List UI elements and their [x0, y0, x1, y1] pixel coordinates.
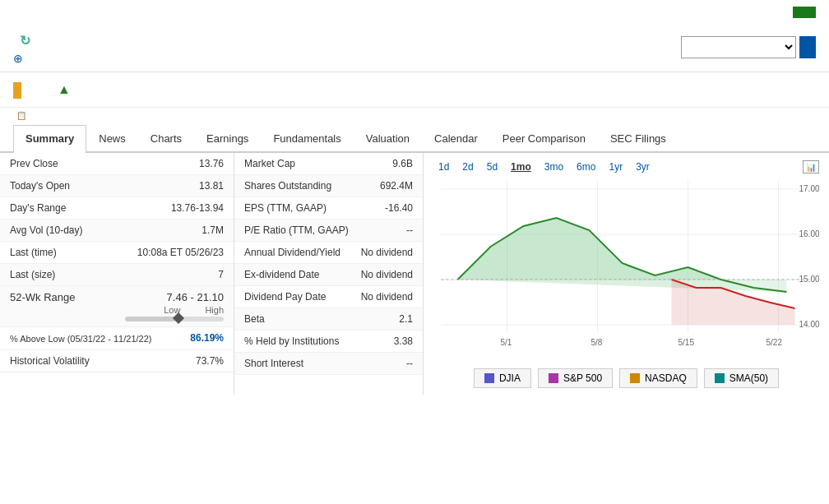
- row-value: -16.40: [385, 202, 413, 214]
- above-low-label: % Above Low (05/31/22 - 11/21/22): [10, 334, 151, 344]
- symbol-lookup: [681, 33, 816, 58]
- chart-type-icon[interactable]: 📊: [803, 160, 819, 173]
- hv-label: Historical Volatility: [10, 355, 90, 367]
- middle-panel-row: % Held by Institutions3.38: [234, 331, 423, 353]
- historical-quotes-link[interactable]: 📋: [0, 108, 829, 123]
- index-buttons: DJIAS&P 500NASDAQSMA(50): [433, 368, 819, 388]
- svg-text:17.00: 17.00: [799, 184, 820, 193]
- time-button-3mo[interactable]: 3mo: [540, 160, 568, 174]
- row-value: --: [406, 224, 413, 236]
- top-bar: [0, 0, 829, 25]
- row-value: 13.76: [199, 158, 224, 169]
- chart-area: 17.00 16.00 15.00 14.00: [433, 181, 819, 362]
- tab-fundamentals[interactable]: Fundamentals: [261, 125, 353, 151]
- historical-volatility-row: Historical Volatility 73.7%: [0, 350, 234, 372]
- tab-valuation[interactable]: Valuation: [354, 125, 422, 151]
- svg-text:15.00: 15.00: [799, 275, 820, 284]
- row-label: Dividend Pay Date: [244, 291, 326, 303]
- row-label: Last (time): [10, 247, 57, 258]
- row-label: P/E Ratio (TTM, GAAP): [244, 224, 349, 236]
- row-value: 2.1: [399, 313, 413, 325]
- row-label: Avg Vol (10-day): [10, 224, 83, 236]
- tab-peer-comparison[interactable]: Peer Comparison: [490, 125, 598, 151]
- left-panel-row: Prev Close13.76: [0, 153, 234, 175]
- index-button-nasdaq[interactable]: NASDAQ: [619, 368, 697, 388]
- svg-text:5/8: 5/8: [591, 338, 603, 347]
- time-button-3yr[interactable]: 3yr: [631, 160, 655, 174]
- row-value: 9.6B: [392, 158, 413, 169]
- svg-text:5/1: 5/1: [501, 338, 512, 347]
- company-title: ↻: [13, 33, 30, 49]
- above-low-value: 86.19%: [190, 332, 224, 344]
- row-value: 10:08a ET 05/26/23: [137, 247, 224, 258]
- go-button[interactable]: [799, 36, 816, 58]
- hv-value: 73.7%: [196, 355, 224, 367]
- time-button-5d[interactable]: 5d: [482, 160, 502, 174]
- row-label: Short Interest: [244, 358, 303, 369]
- row-label: Last (size): [10, 269, 55, 280]
- index-label: DJIA: [499, 372, 521, 384]
- tab-sec-filings[interactable]: SEC Filings: [598, 125, 678, 151]
- time-button-1yr[interactable]: 1yr: [604, 160, 628, 174]
- row-label: Prev Close: [10, 158, 58, 169]
- tab-news[interactable]: News: [86, 125, 138, 151]
- row-value: --: [406, 358, 413, 369]
- tabs-row: SummaryNewsChartsEarningsFundamentalsVal…: [0, 125, 829, 153]
- index-button-sma-50-[interactable]: SMA(50): [704, 368, 779, 388]
- middle-panel-row: P/E Ratio (TTM, GAAP)--: [234, 220, 423, 242]
- middle-panel-row: Ex-dividend DateNo dividend: [234, 264, 423, 286]
- svg-text:5/15: 5/15: [678, 338, 695, 347]
- right-panel: 1d2d5d1mo3mo6mo1yr3yr📊 17.00 16.00 15.00…: [424, 153, 829, 395]
- row-value: 13.76-13.94: [171, 202, 224, 214]
- open-account-button[interactable]: [793, 7, 816, 18]
- tab-summary[interactable]: Summary: [13, 125, 86, 153]
- time-button-1d[interactable]: 1d: [433, 160, 454, 174]
- row-value: No dividend: [361, 269, 413, 280]
- row-value: 1.7M: [201, 224, 224, 236]
- row-label: Day's Range: [10, 202, 66, 214]
- left-panel-row: Day's Range13.76-13.94: [0, 197, 234, 220]
- row-value: 3.38: [394, 335, 413, 347]
- svg-text:14.00: 14.00: [799, 320, 820, 329]
- row-value: 13.81: [199, 180, 224, 192]
- row-label: Shares Outstanding: [244, 180, 331, 192]
- time-button-1mo[interactable]: 1mo: [506, 160, 536, 174]
- company-profile-link[interactable]: ⊕: [13, 52, 30, 65]
- symbol-input-row: [681, 36, 816, 58]
- middle-panel-row: Dividend Pay DateNo dividend: [234, 286, 423, 308]
- refresh-icon[interactable]: ↻: [20, 33, 30, 49]
- row-value: 692.4M: [380, 180, 413, 192]
- middle-panel-row: Shares Outstanding692.4M: [234, 175, 423, 197]
- row-value: No dividend: [361, 291, 413, 303]
- middle-panel-row: Annual Dividend/YieldNo dividend: [234, 242, 423, 264]
- index-button-djia[interactable]: DJIA: [474, 368, 531, 388]
- price-indicator: [13, 82, 21, 99]
- tab-charts[interactable]: Charts: [138, 125, 194, 151]
- svg-text:5/22: 5/22: [766, 338, 783, 347]
- row-label: Annual Dividend/Yield: [244, 247, 340, 258]
- range-value: 7.46 - 21.10: [167, 291, 224, 303]
- row-label: Market Cap: [244, 158, 295, 169]
- index-button-s-p-500[interactable]: S&P 500: [538, 368, 613, 388]
- row-label: % Held by Institutions: [244, 335, 339, 347]
- company-info: ↻ ⊕: [13, 33, 30, 65]
- middle-panel-row: Market Cap9.6B: [234, 153, 423, 175]
- row-label: Beta: [244, 313, 265, 325]
- above-low-row: % Above Low (05/31/22 - 11/21/22) 86.19%: [0, 327, 234, 350]
- symbol-select[interactable]: [681, 36, 796, 58]
- range-label: 52-Wk Range: [10, 291, 75, 303]
- left-panel-row: Today's Open13.81: [0, 175, 234, 197]
- change-section: ▲: [58, 81, 74, 97]
- left-panel-row: Last (size)7: [0, 264, 234, 286]
- left-panel-row: Last (time)10:08a ET 05/26/23: [0, 242, 234, 264]
- range-high-label: High: [205, 305, 224, 315]
- middle-panel-row: Beta2.1: [234, 308, 423, 331]
- row-value: No dividend: [361, 247, 413, 258]
- tab-calendar[interactable]: Calendar: [422, 125, 490, 151]
- tab-earnings[interactable]: Earnings: [194, 125, 261, 151]
- middle-panel: Market Cap9.6BShares Outstanding692.4MEP…: [234, 153, 424, 395]
- time-button-6mo[interactable]: 6mo: [572, 160, 600, 174]
- time-button-2d[interactable]: 2d: [457, 160, 478, 174]
- sma(50)-color-dot: [715, 373, 725, 383]
- middle-panel-row: EPS (TTM, GAAP)-16.40: [234, 197, 423, 220]
